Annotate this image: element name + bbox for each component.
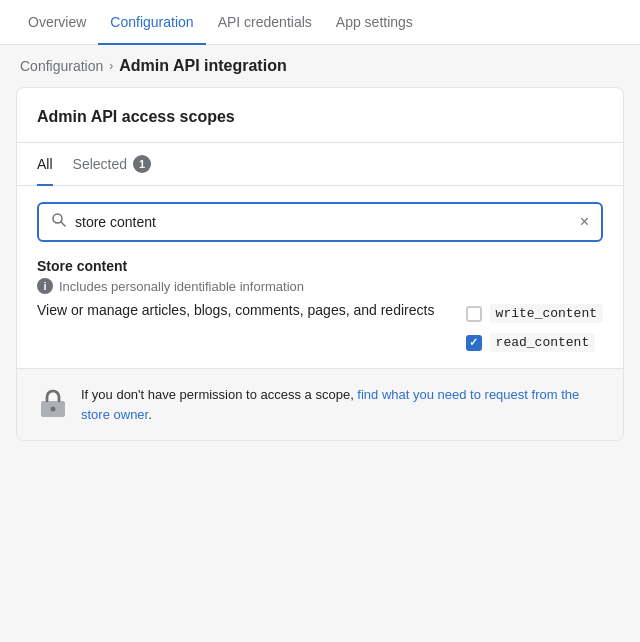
breadcrumb-current: Admin API integration [119,57,286,75]
scope-name: Store content [37,258,603,274]
svg-line-1 [61,222,65,226]
scope-description: View or manage articles, blogs, comments… [37,302,466,318]
scope-section: Store content i Includes personally iden… [17,258,623,368]
search-input[interactable] [75,214,572,230]
scope-checkboxes: write_content read_content [466,302,603,352]
info-bar: If you don't have permission to access a… [17,368,623,440]
lock-icon [37,387,69,419]
card-header: Admin API access scopes [17,88,623,143]
read-content-checkbox[interactable] [466,335,482,351]
card-title: Admin API access scopes [37,108,603,126]
tab-configuration[interactable]: Configuration [98,0,205,44]
permission-read-content: read_content [466,333,603,352]
top-navigation: Overview Configuration API credentials A… [0,0,640,45]
scope-warning: i Includes personally identifiable infor… [37,278,603,294]
svg-point-4 [51,407,56,412]
search-container: × [17,186,623,258]
tab-app-settings[interactable]: App settings [324,0,425,44]
inner-tabs: All Selected 1 [17,143,623,186]
read-content-label: read_content [490,333,596,352]
breadcrumb: Configuration › Admin API integration [0,45,640,87]
tab-all[interactable]: All [37,143,53,185]
tab-selected[interactable]: Selected 1 [73,143,151,185]
selected-badge: 1 [133,155,151,173]
info-text: If you don't have permission to access a… [81,385,603,424]
breadcrumb-parent[interactable]: Configuration [20,58,103,74]
main-card: Admin API access scopes All Selected 1 ×… [16,87,624,441]
info-text-after: . [148,407,152,422]
warning-icon: i [37,278,53,294]
info-text-before: If you don't have permission to access a… [81,387,357,402]
search-clear-icon[interactable]: × [580,213,589,231]
tab-selected-label: Selected [73,156,127,172]
search-icon [51,212,67,232]
scope-warning-text: Includes personally identifiable informa… [59,279,304,294]
scope-row: View or manage articles, blogs, comments… [37,302,603,352]
search-box: × [37,202,603,242]
permission-write-content: write_content [466,304,603,323]
tab-overview[interactable]: Overview [16,0,98,44]
write-content-checkbox[interactable] [466,306,482,322]
write-content-label: write_content [490,304,603,323]
breadcrumb-chevron-icon: › [109,59,113,73]
tab-api-credentials[interactable]: API credentials [206,0,324,44]
